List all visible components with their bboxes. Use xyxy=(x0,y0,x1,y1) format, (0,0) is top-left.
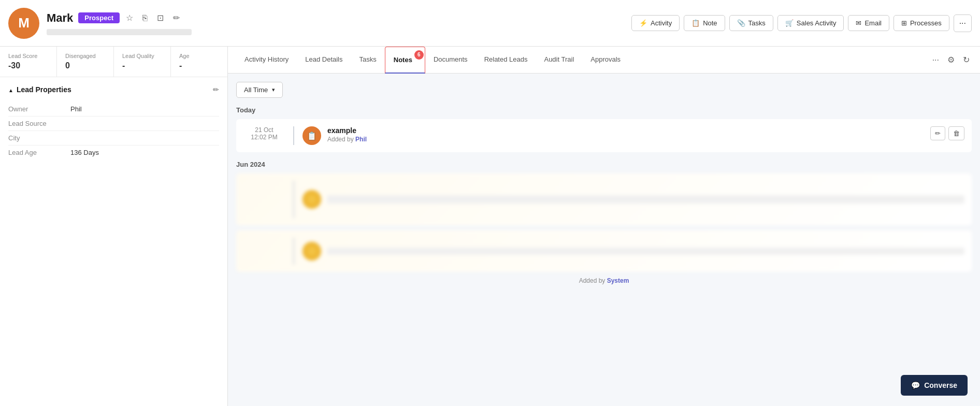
email-button[interactable]: ✉ Email xyxy=(848,15,889,31)
timeline-delete-button[interactable]: 🗑 xyxy=(948,126,964,140)
processes-icon: ⊞ xyxy=(901,19,907,27)
header-actions: ⚡ Activity 📋 Note 📎 Tasks 🛒 Sales Activi… xyxy=(631,15,972,32)
content-area: All Time ▾ Today 21 Oct 12:02 PM 📋 examp… xyxy=(228,74,980,406)
share-icon[interactable]: ⎘ xyxy=(141,12,149,24)
tab-lead-details[interactable]: Lead Details xyxy=(297,47,351,74)
section-edit-button[interactable]: ✏ xyxy=(213,85,219,94)
converse-icon: 💬 xyxy=(911,381,920,389)
property-lead-source: Lead Source xyxy=(8,117,219,131)
timeline-item-0: 21 Oct 12:02 PM 📋 example Added by Phil … xyxy=(236,119,972,152)
lead-properties-section: Lead Properties ✏ Owner Phil Lead Source… xyxy=(0,77,227,168)
timeline-time: 21 Oct 12:02 PM xyxy=(243,126,285,141)
chevron-down-icon: ▾ xyxy=(272,86,275,93)
edit-icon[interactable]: ✏ xyxy=(172,12,181,24)
timeline-item-actions: ✏ 🗑 xyxy=(930,126,964,140)
tabs-actions: ··· ⚙ ↻ xyxy=(930,53,972,67)
chat-icon[interactable]: ⊡ xyxy=(156,12,165,24)
property-lead-age: Lead Age 136 Days xyxy=(8,146,219,160)
note-button[interactable]: 📋 Note xyxy=(684,15,725,31)
timeline-edit-button[interactable]: ✏ xyxy=(930,126,945,140)
tasks-icon: 📎 xyxy=(737,19,745,27)
blurred-item-2 xyxy=(236,230,972,272)
added-by-system: Added by System xyxy=(236,277,972,284)
property-owner: Owner Phil xyxy=(8,102,219,117)
right-content: Activity History Lead Details Tasks Note… xyxy=(228,47,980,406)
timeline-content: example Added by Phil xyxy=(327,126,924,143)
timeline-added-by: Added by Phil xyxy=(327,136,924,143)
today-label: Today xyxy=(236,106,972,114)
tasks-button[interactable]: 📎 Tasks xyxy=(729,15,773,31)
blurred-avatar-2 xyxy=(302,242,321,260)
activity-button[interactable]: ⚡ Activity xyxy=(631,15,680,31)
blurred-avatar-1 xyxy=(302,190,321,209)
jun-section: Jun 2024 Added by System xyxy=(236,161,972,284)
filter-row: All Time ▾ xyxy=(236,82,972,98)
email-icon: ✉ xyxy=(856,19,861,27)
header-icons: ☆ ⎘ ⊡ ✏ xyxy=(125,12,181,24)
more-actions-button[interactable]: ··· xyxy=(954,15,972,32)
prospect-badge: Prospect xyxy=(78,12,120,23)
time-filter-dropdown[interactable]: All Time ▾ xyxy=(236,82,283,98)
tab-approvals[interactable]: Approvals xyxy=(582,47,629,74)
tab-audit-trail[interactable]: Audit Trail xyxy=(536,47,582,74)
stat-age: Age - xyxy=(171,47,227,77)
main-layout: Lead Score -30 Disengaged 0 Lead Quality… xyxy=(0,47,980,406)
stat-lead-quality: Lead Quality - xyxy=(114,47,171,77)
left-sidebar: Lead Score -30 Disengaged 0 Lead Quality… xyxy=(0,47,228,406)
tab-tasks[interactable]: Tasks xyxy=(351,47,385,74)
timeline-connector xyxy=(293,126,294,145)
collapse-icon xyxy=(8,85,13,94)
stat-lead-score: Lead Score -30 xyxy=(0,47,57,77)
sales-icon: 🛒 xyxy=(785,19,794,27)
notes-badge: 6 xyxy=(414,50,424,60)
avatar: M xyxy=(8,8,39,39)
sales-activity-button[interactable]: 🛒 Sales Activity xyxy=(777,15,844,31)
tab-notes[interactable]: Notes 6 xyxy=(385,47,425,74)
top-header: M Mark Prospect ☆ ⎘ ⊡ ✏ ⚡ Activity 📋 Not… xyxy=(0,0,980,47)
header-info: Mark Prospect ☆ ⎘ ⊡ ✏ xyxy=(47,11,631,35)
stat-disengaged: Disengaged 0 xyxy=(57,47,114,77)
section-header: Lead Properties ✏ xyxy=(8,85,219,94)
converse-button[interactable]: 💬 Converse xyxy=(901,375,968,396)
tab-documents[interactable]: Documents xyxy=(425,47,476,74)
stats-row: Lead Score -30 Disengaged 0 Lead Quality… xyxy=(0,47,227,77)
tabs-bar: Activity History Lead Details Tasks Note… xyxy=(228,47,980,74)
activity-icon: ⚡ xyxy=(639,19,647,27)
tab-related-leads[interactable]: Related Leads xyxy=(476,47,536,74)
tabs-refresh-button[interactable]: ↻ xyxy=(961,53,972,67)
section-title: Lead Properties xyxy=(8,85,71,94)
tab-activity-history[interactable]: Activity History xyxy=(236,47,297,74)
property-city: City xyxy=(8,131,219,146)
header-name-row: Mark Prospect ☆ ⎘ ⊡ ✏ xyxy=(47,11,631,25)
jun-2024-label: Jun 2024 xyxy=(236,161,972,168)
header-subbar xyxy=(47,29,192,35)
processes-button[interactable]: ⊞ Processes xyxy=(893,15,949,31)
star-icon[interactable]: ☆ xyxy=(125,12,134,24)
tabs-settings-button[interactable]: ⚙ xyxy=(945,53,957,67)
note-icon: 📋 xyxy=(691,19,700,27)
contact-name: Mark xyxy=(47,11,73,25)
tabs-more-button[interactable]: ··· xyxy=(930,53,941,67)
blurred-item-1 xyxy=(236,173,972,225)
timeline-note-icon: 📋 xyxy=(302,126,321,145)
